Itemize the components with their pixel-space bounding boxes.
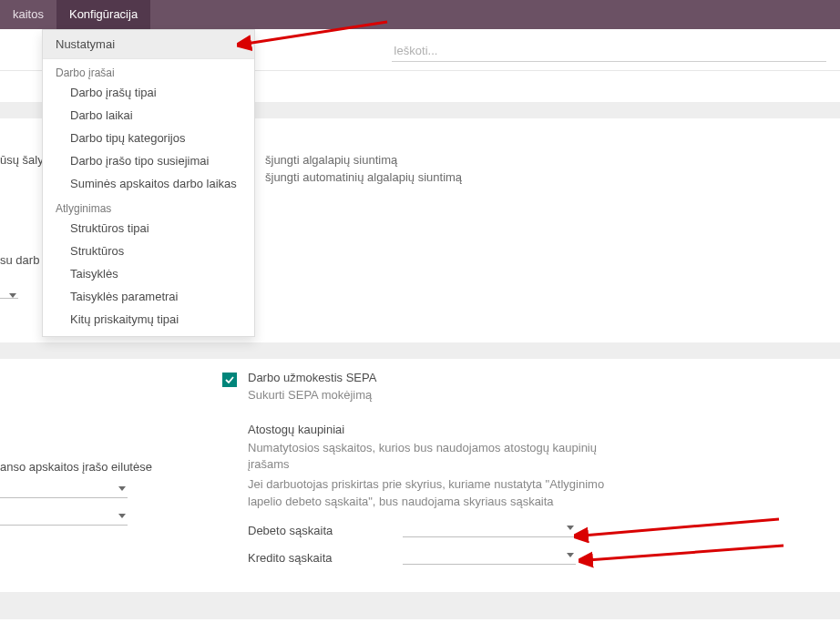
menu-kitu-priskaitymu-tipai[interactable]: Kitų priskaitymų tipai [43, 308, 254, 331]
chevron-down-icon [118, 486, 126, 491]
bg-text-right-a1: šjungti algalapių siuntimą [265, 153, 397, 167]
truncated-select-2[interactable] [0, 480, 128, 498]
menu-taisykles[interactable]: Taisyklės [43, 262, 254, 285]
sepa-desc: Sukurti SEPA mokėjimą [248, 388, 372, 402]
truncated-select-3[interactable] [0, 507, 128, 526]
config-dropdown: Nustatymai Darbo įrašai Darbo įrašų tipa… [42, 29, 255, 337]
form-area: Darbo užmokestis SEPA Sukurti SEPA mokėj… [0, 359, 840, 386]
menu-nustatymai[interactable]: Nustatymai [43, 30, 254, 59]
svg-line-1 [583, 519, 779, 536]
sepa-checkbox[interactable] [222, 373, 237, 387]
menu-section-darbo-irasai: Darbo įrašai [43, 59, 254, 81]
bg-text-left-a: ūsų šaly [0, 153, 44, 167]
truncated-select-1[interactable] [0, 293, 18, 299]
credit-account-label: Kredito sąskaita [248, 551, 403, 565]
search-input[interactable] [392, 40, 826, 62]
sepa-label: Darbo užmokestis SEPA [248, 371, 376, 384]
vacation-desc1: Numatytosios sąskaitos, kurios bus naudo… [248, 440, 612, 473]
menu-darbo-irasu-tipai[interactable]: Darbo įrašų tipai [43, 81, 254, 104]
menu-darbo-iraso-tipo-susiejimai[interactable]: Darbo įrašo tipo susiejimai [43, 149, 254, 172]
bg-text-left-c: anso apskaitos įrašo eilutėse [0, 460, 152, 474]
menu-section-atlyginimas: Atlyginimas [43, 195, 254, 217]
chevron-down-icon [118, 514, 126, 518]
menu-strukturos[interactable]: Struktūros [43, 240, 254, 262]
chevron-down-icon [567, 526, 574, 530]
bg-text-left-b: su darb [0, 253, 39, 267]
menu-strukturos-tipai[interactable]: Struktūros tipai [43, 217, 254, 240]
check-icon [225, 375, 234, 384]
credit-account-select[interactable] [403, 546, 576, 565]
debit-account-select[interactable] [403, 519, 576, 537]
chevron-down-icon [567, 553, 574, 557]
chevron-down-icon [9, 293, 16, 298]
top-nav: kaitos Konfigūracija [0, 0, 840, 29]
menu-taisykles-parametrai[interactable]: Taisyklės parametrai [43, 285, 254, 308]
menu-darbo-laikai[interactable]: Darbo laikai [43, 104, 254, 127]
vacation-desc2: Jei darbuotojas priskirtas prie skyrius,… [248, 476, 612, 509]
topnav-konfiguracija[interactable]: Konfigūracija [56, 0, 150, 29]
vacation-title: Atostogų kaupiniai [248, 423, 612, 436]
menu-darbo-tipu-kategorijos[interactable]: Darbo tipų kategorijos [43, 127, 254, 149]
topnav-kaitos[interactable]: kaitos [0, 0, 56, 29]
menu-sumines-apskaitos[interactable]: Suminės apskaitos darbo laikas [43, 172, 254, 195]
svg-line-2 [588, 546, 784, 560]
debit-account-label: Debeto sąskaita [248, 524, 403, 537]
bg-text-right-a2: šjungti automatinių algalapių siuntimą [265, 170, 462, 184]
